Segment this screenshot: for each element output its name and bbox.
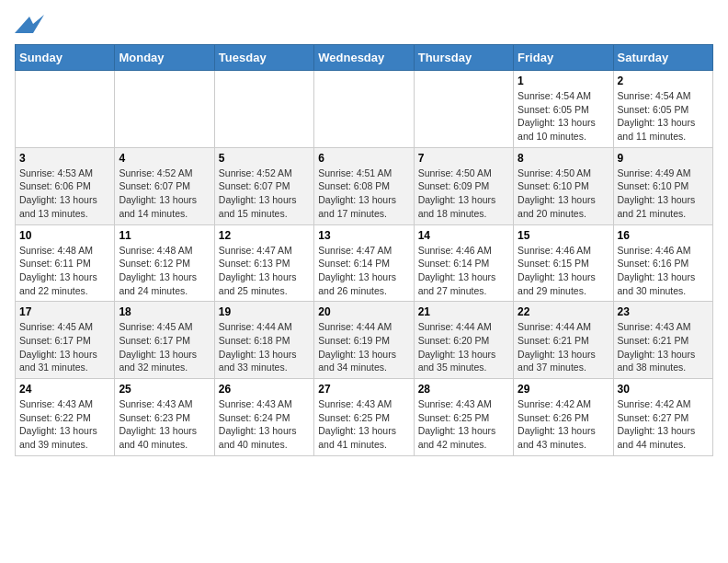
- column-header-wednesday: Wednesday: [314, 45, 414, 71]
- calendar-cell: 2Sunrise: 4:54 AMSunset: 6:05 PMDaylight…: [613, 71, 712, 148]
- day-info: Sunrise: 4:42 AMSunset: 6:26 PMDaylight:…: [518, 397, 609, 452]
- column-header-sunday: Sunday: [16, 45, 115, 71]
- day-info: Sunrise: 4:43 AMSunset: 6:25 PMDaylight:…: [418, 397, 509, 452]
- calendar-cell: 22Sunrise: 4:44 AMSunset: 6:21 PMDayligh…: [514, 302, 613, 379]
- day-info: Sunrise: 4:54 AMSunset: 6:05 PMDaylight:…: [518, 89, 609, 144]
- calendar-cell: 23Sunrise: 4:43 AMSunset: 6:21 PMDayligh…: [613, 302, 712, 379]
- calendar-header-row: SundayMondayTuesdayWednesdayThursdayFrid…: [16, 45, 713, 71]
- svg-marker-0: [15, 15, 44, 33]
- calendar-cell: 16Sunrise: 4:46 AMSunset: 6:16 PMDayligh…: [613, 224, 712, 302]
- column-header-tuesday: Tuesday: [214, 45, 313, 71]
- day-number: 11: [119, 229, 210, 242]
- day-info: Sunrise: 4:52 AMSunset: 6:07 PMDaylight:…: [219, 167, 310, 221]
- day-info: Sunrise: 4:43 AMSunset: 6:21 PMDaylight:…: [618, 320, 709, 374]
- day-info: Sunrise: 4:43 AMSunset: 6:22 PMDaylight:…: [19, 397, 110, 452]
- day-info: Sunrise: 4:46 AMSunset: 6:16 PMDaylight:…: [618, 244, 709, 298]
- day-number: 27: [318, 383, 409, 396]
- calendar-cell: 18Sunrise: 4:45 AMSunset: 6:17 PMDayligh…: [115, 302, 214, 379]
- day-number: 8: [518, 152, 609, 165]
- week-row-3: 10Sunrise: 4:48 AMSunset: 6:11 PMDayligh…: [16, 224, 713, 302]
- day-info: Sunrise: 4:52 AMSunset: 6:07 PMDaylight:…: [119, 167, 210, 221]
- day-info: Sunrise: 4:44 AMSunset: 6:20 PMDaylight:…: [418, 320, 509, 374]
- column-header-thursday: Thursday: [414, 45, 513, 71]
- day-number: 28: [418, 383, 509, 396]
- day-info: Sunrise: 4:45 AMSunset: 6:17 PMDaylight:…: [19, 320, 110, 374]
- day-info: Sunrise: 4:43 AMSunset: 6:23 PMDaylight:…: [119, 397, 210, 452]
- day-number: 6: [318, 152, 409, 165]
- day-number: 25: [119, 383, 210, 396]
- calendar-cell: [214, 71, 313, 148]
- calendar-cell: 14Sunrise: 4:46 AMSunset: 6:14 PMDayligh…: [414, 224, 513, 302]
- calendar-cell: 21Sunrise: 4:44 AMSunset: 6:20 PMDayligh…: [414, 302, 513, 379]
- day-number: 20: [318, 305, 409, 318]
- day-info: Sunrise: 4:50 AMSunset: 6:10 PMDaylight:…: [518, 167, 609, 221]
- calendar-cell: [16, 71, 115, 148]
- day-info: Sunrise: 4:46 AMSunset: 6:15 PMDaylight:…: [518, 244, 609, 298]
- calendar-cell: 13Sunrise: 4:47 AMSunset: 6:14 PMDayligh…: [314, 224, 414, 302]
- day-number: 14: [418, 229, 509, 242]
- column-header-friday: Friday: [514, 45, 613, 71]
- calendar-cell: 25Sunrise: 4:43 AMSunset: 6:23 PMDayligh…: [115, 379, 214, 456]
- day-number: 3: [19, 152, 110, 165]
- week-row-5: 24Sunrise: 4:43 AMSunset: 6:22 PMDayligh…: [16, 379, 713, 456]
- calendar-cell: 19Sunrise: 4:44 AMSunset: 6:18 PMDayligh…: [214, 302, 313, 379]
- calendar-cell: 27Sunrise: 4:43 AMSunset: 6:25 PMDayligh…: [314, 379, 414, 456]
- calendar-cell: 24Sunrise: 4:43 AMSunset: 6:22 PMDayligh…: [16, 379, 115, 456]
- day-number: 22: [518, 305, 609, 318]
- day-info: Sunrise: 4:51 AMSunset: 6:08 PMDaylight:…: [318, 167, 409, 221]
- day-number: 2: [618, 75, 709, 87]
- logo-icon: [15, 15, 44, 40]
- day-info: Sunrise: 4:54 AMSunset: 6:05 PMDaylight:…: [618, 89, 709, 144]
- day-number: 13: [318, 229, 409, 242]
- day-number: 18: [119, 305, 210, 318]
- day-info: Sunrise: 4:48 AMSunset: 6:11 PMDaylight:…: [19, 244, 110, 298]
- column-header-monday: Monday: [115, 45, 214, 71]
- week-row-4: 17Sunrise: 4:45 AMSunset: 6:17 PMDayligh…: [16, 302, 713, 379]
- day-info: Sunrise: 4:44 AMSunset: 6:21 PMDaylight:…: [518, 320, 609, 374]
- page-header: [15, 15, 713, 40]
- calendar-cell: 4Sunrise: 4:52 AMSunset: 6:07 PMDaylight…: [115, 147, 214, 224]
- calendar-cell: 12Sunrise: 4:47 AMSunset: 6:13 PMDayligh…: [214, 224, 313, 302]
- day-info: Sunrise: 4:47 AMSunset: 6:14 PMDaylight:…: [318, 244, 409, 298]
- day-info: Sunrise: 4:48 AMSunset: 6:12 PMDaylight:…: [119, 244, 210, 298]
- calendar-cell: 7Sunrise: 4:50 AMSunset: 6:09 PMDaylight…: [414, 147, 513, 224]
- day-number: 5: [219, 152, 310, 165]
- calendar-cell: 3Sunrise: 4:53 AMSunset: 6:06 PMDaylight…: [16, 147, 115, 224]
- day-info: Sunrise: 4:42 AMSunset: 6:27 PMDaylight:…: [618, 397, 709, 452]
- day-number: 16: [618, 229, 709, 242]
- day-info: Sunrise: 4:43 AMSunset: 6:24 PMDaylight:…: [219, 397, 310, 452]
- calendar-cell: [115, 71, 214, 148]
- calendar-cell: 30Sunrise: 4:42 AMSunset: 6:27 PMDayligh…: [613, 379, 712, 456]
- day-number: 29: [518, 383, 609, 396]
- calendar-cell: 15Sunrise: 4:46 AMSunset: 6:15 PMDayligh…: [514, 224, 613, 302]
- day-info: Sunrise: 4:50 AMSunset: 6:09 PMDaylight:…: [418, 167, 509, 221]
- day-number: 19: [219, 305, 310, 318]
- calendar-cell: 8Sunrise: 4:50 AMSunset: 6:10 PMDaylight…: [514, 147, 613, 224]
- day-number: 12: [219, 229, 310, 242]
- day-info: Sunrise: 4:53 AMSunset: 6:06 PMDaylight:…: [19, 167, 110, 221]
- calendar-cell: 11Sunrise: 4:48 AMSunset: 6:12 PMDayligh…: [115, 224, 214, 302]
- day-number: 9: [618, 152, 709, 165]
- calendar-cell: 5Sunrise: 4:52 AMSunset: 6:07 PMDaylight…: [214, 147, 313, 224]
- day-number: 7: [418, 152, 509, 165]
- calendar-cell: 1Sunrise: 4:54 AMSunset: 6:05 PMDaylight…: [514, 71, 613, 148]
- day-number: 15: [518, 229, 609, 242]
- day-info: Sunrise: 4:49 AMSunset: 6:10 PMDaylight:…: [618, 167, 709, 221]
- day-number: 1: [518, 75, 609, 87]
- day-number: 23: [618, 305, 709, 318]
- day-info: Sunrise: 4:47 AMSunset: 6:13 PMDaylight:…: [219, 244, 310, 298]
- day-number: 10: [19, 229, 110, 242]
- week-row-2: 3Sunrise: 4:53 AMSunset: 6:06 PMDaylight…: [16, 147, 713, 224]
- day-number: 4: [119, 152, 210, 165]
- day-number: 24: [19, 383, 110, 396]
- day-info: Sunrise: 4:43 AMSunset: 6:25 PMDaylight:…: [318, 397, 409, 452]
- day-info: Sunrise: 4:44 AMSunset: 6:18 PMDaylight:…: [219, 320, 310, 374]
- calendar-cell: 29Sunrise: 4:42 AMSunset: 6:26 PMDayligh…: [514, 379, 613, 456]
- calendar-table: SundayMondayTuesdayWednesdayThursdayFrid…: [15, 44, 713, 456]
- day-info: Sunrise: 4:46 AMSunset: 6:14 PMDaylight:…: [418, 244, 509, 298]
- day-info: Sunrise: 4:45 AMSunset: 6:17 PMDaylight:…: [119, 320, 210, 374]
- column-header-saturday: Saturday: [613, 45, 712, 71]
- calendar-cell: 9Sunrise: 4:49 AMSunset: 6:10 PMDaylight…: [613, 147, 712, 224]
- day-number: 17: [19, 305, 110, 318]
- calendar-cell: [414, 71, 513, 148]
